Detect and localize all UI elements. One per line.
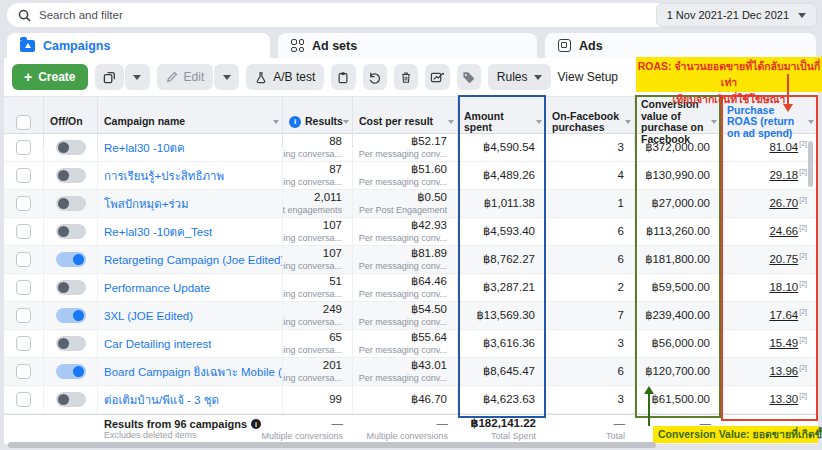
table-row: โพสปักหมุด+ร่วม 2,011Post engagements ฿0… [4,190,818,218]
campaign-toggle[interactable] [56,308,86,323]
header-results[interactable]: iResults [283,97,353,147]
ads-frame-icon [558,39,571,52]
toggle-knob [73,310,84,321]
tab-ad-sets[interactable]: Ad sets [278,33,537,58]
campaign-name-cell: โพสปักหมุด+ร่วม [98,190,283,217]
tag-button[interactable] [457,64,481,90]
rules-button[interactable]: Rules [488,64,551,90]
ab-test-button[interactable]: A/B test [246,64,324,90]
campaign-toggle[interactable] [56,392,86,407]
edit-dropdown-button[interactable] [214,64,239,90]
campaign-name-link[interactable]: 3XL (JOE Edited) [104,310,193,322]
row-checkbox[interactable] [16,280,31,295]
campaign-toggle[interactable] [56,252,86,267]
delete-button[interactable] [394,64,418,90]
duplicate-dropdown-button[interactable] [125,64,150,90]
row-toggle-cell [44,218,98,245]
roas-footnote: [2] [799,392,807,399]
charts-button[interactable] [425,64,449,90]
row-checkbox[interactable] [16,252,31,267]
tab-campaigns-label: Campaigns [43,39,110,53]
plus-icon: + [24,70,32,84]
tab-campaigns[interactable]: Campaigns [7,33,270,58]
campaign-toggle[interactable] [56,336,86,351]
roas-value-link[interactable]: 13.30 [769,393,798,405]
roas-cell: 13.30[2] [721,386,818,413]
create-button[interactable]: + Create [12,64,88,90]
clipboard-button[interactable] [331,64,355,90]
campaign-name-link[interactable]: Retargeting Campaign (Joe Edited) [104,254,282,266]
header-cost-per-result[interactable]: Cost per result [353,97,458,147]
row-checkbox-cell [4,190,44,217]
row-checkbox[interactable] [16,168,31,183]
row-checkbox[interactable] [16,336,31,351]
campaign-toggle[interactable] [56,280,86,295]
duplicate-button[interactable] [95,64,124,90]
horizontal-scrollbar[interactable] [8,442,656,448]
campaign-name-link[interactable]: การเรียนรู้+ประสิทธิภาพ [104,167,224,185]
select-all-checkbox[interactable] [16,115,31,130]
campaign-name-link[interactable]: Performance Update [104,282,210,294]
roas-value-link[interactable]: 20.75 [769,253,798,265]
row-checkbox[interactable] [16,364,31,379]
conversion-value-cell: ฿56,000.00 [635,330,721,357]
row-checkbox-cell [4,162,44,189]
campaign-name-cell: การเรียนรู้+ประสิทธิภาพ [98,162,283,189]
row-checkbox[interactable] [16,392,31,407]
roas-value-link[interactable]: 26.70 [769,197,798,209]
row-checkbox-cell [4,330,44,357]
row-checkbox[interactable] [16,196,31,211]
campaign-toggle[interactable] [56,224,86,239]
row-checkbox[interactable] [16,308,31,323]
campaign-name-link[interactable]: Car Detailing interest [104,338,211,350]
roas-footnote: [2] [799,336,807,343]
conversion-value-cell: ฿239,400.00 [635,302,721,329]
row-checkbox-cell [4,274,44,301]
campaign-name-link[interactable]: Re+lal30 -10ตค_Test [104,223,212,241]
campaign-toggle[interactable] [56,168,86,183]
roas-value-link[interactable]: 17.64 [769,309,798,321]
header-campaign-name[interactable]: Campaign name [98,97,283,147]
campaigns-panel: + Create Edit A/B test [4,58,818,444]
row-checkbox[interactable] [16,224,31,239]
ad-sets-grid-icon [291,39,304,52]
toggle-knob [58,142,69,153]
search-input[interactable]: Search and filter [7,3,690,27]
vertical-scrollbar[interactable] [808,141,813,187]
results-cell: 107Messaging conversa... [283,218,353,245]
campaign-toggle[interactable] [56,196,86,211]
table-body: Re+lal30 -10ตค 88Messaging conversa... ฿… [4,134,818,414]
date-range-selector[interactable]: 1 Nov 2021-21 Dec 2021 [656,3,817,27]
duplicate-icon [103,71,116,84]
header-amount-spent[interactable]: Amount spent [458,97,546,147]
campaign-toggle[interactable] [56,140,86,155]
roas-value-link[interactable]: 18.10 [769,281,798,293]
campaign-name-link[interactable]: ต่อเติมบ้าน/พีแจ้ - 3 ชุด [104,391,219,409]
table-row: Re+lal30 -10ตค_Test 107Messaging convers… [4,218,818,246]
undo-button[interactable] [363,64,387,90]
view-setup-button[interactable]: View Setup [558,70,619,84]
header-on-facebook-purchases[interactable]: On-Facebook purchases [546,97,635,147]
campaign-name-link[interactable]: Board Campaign ยิงเฉพาะ Mobile (Joe Edit… [104,363,282,381]
footer-amount-spent: ฿182,141.22Total Spent [458,415,546,444]
campaign-name-cell: Re+lal30 -10ตค_Test [98,218,283,245]
amount-spent-cell: ฿4,489.26 [458,162,546,189]
table-row: Car Detailing interest 65Messaging conve… [4,330,818,358]
roas-footnote: [2] [799,168,807,175]
roas-cell: 13.96[2] [721,358,818,385]
campaign-name-link[interactable]: โพสปักหมุด+ร่วม [104,195,189,213]
campaign-toggle[interactable] [56,364,86,379]
roas-cell: 18.10[2] [721,274,818,301]
cost-per-result-cell: ฿81.89Per messaging conv... [353,246,458,273]
campaign-name-cell: 3XL (JOE Edited) [98,302,283,329]
conversion-arrow-up-icon [644,386,654,394]
roas-footnote: [2] [799,252,807,259]
roas-value-link[interactable]: 29.18 [769,169,798,181]
chevron-down-icon [534,75,542,80]
tab-ads[interactable]: Ads [545,33,816,58]
roas-value-link[interactable]: 24.66 [769,225,798,237]
sort-caret-icon [273,120,279,124]
roas-value-link[interactable]: 13.96 [769,365,798,377]
roas-value-link[interactable]: 15.49 [769,337,798,349]
edit-button[interactable]: Edit [157,64,214,90]
